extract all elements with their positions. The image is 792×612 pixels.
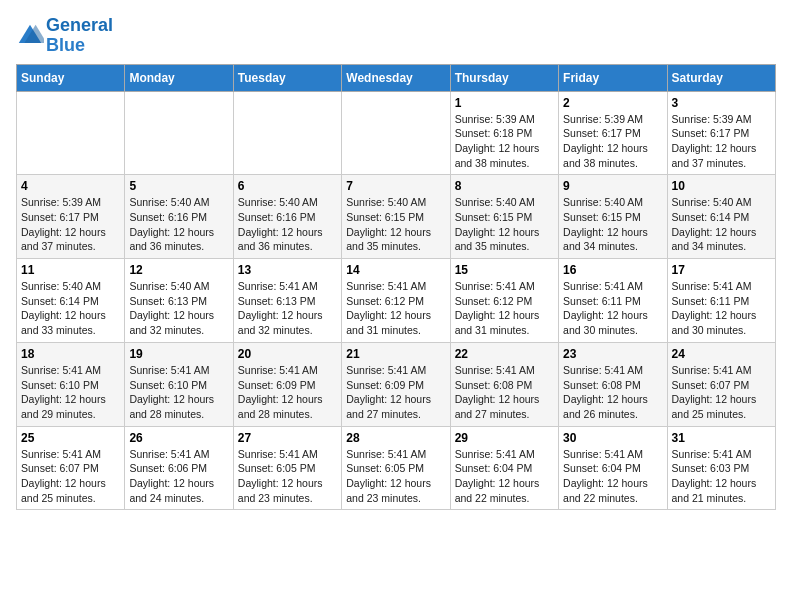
calendar-cell: 3Sunrise: 5:39 AMSunset: 6:17 PMDaylight… xyxy=(667,91,775,175)
weekday-header-cell: Friday xyxy=(559,64,667,91)
day-number: 13 xyxy=(238,263,337,277)
cell-content: Sunrise: 5:41 AMSunset: 6:08 PMDaylight:… xyxy=(455,363,554,422)
day-number: 21 xyxy=(346,347,445,361)
calendar-cell: 18Sunrise: 5:41 AMSunset: 6:10 PMDayligh… xyxy=(17,342,125,426)
day-number: 23 xyxy=(563,347,662,361)
day-number: 24 xyxy=(672,347,771,361)
calendar-cell xyxy=(125,91,233,175)
calendar-cell: 2Sunrise: 5:39 AMSunset: 6:17 PMDaylight… xyxy=(559,91,667,175)
calendar-cell: 4Sunrise: 5:39 AMSunset: 6:17 PMDaylight… xyxy=(17,175,125,259)
day-number: 3 xyxy=(672,96,771,110)
calendar-week-row: 4Sunrise: 5:39 AMSunset: 6:17 PMDaylight… xyxy=(17,175,776,259)
day-number: 20 xyxy=(238,347,337,361)
calendar-cell: 17Sunrise: 5:41 AMSunset: 6:11 PMDayligh… xyxy=(667,259,775,343)
logo: General Blue xyxy=(16,16,113,56)
calendar-cell: 6Sunrise: 5:40 AMSunset: 6:16 PMDaylight… xyxy=(233,175,341,259)
day-number: 8 xyxy=(455,179,554,193)
day-number: 25 xyxy=(21,431,120,445)
cell-content: Sunrise: 5:40 AMSunset: 6:15 PMDaylight:… xyxy=(346,195,445,254)
calendar-cell: 23Sunrise: 5:41 AMSunset: 6:08 PMDayligh… xyxy=(559,342,667,426)
day-number: 22 xyxy=(455,347,554,361)
calendar-cell xyxy=(17,91,125,175)
calendar-cell xyxy=(342,91,450,175)
calendar-cell: 29Sunrise: 5:41 AMSunset: 6:04 PMDayligh… xyxy=(450,426,558,510)
calendar-cell xyxy=(233,91,341,175)
cell-content: Sunrise: 5:41 AMSunset: 6:07 PMDaylight:… xyxy=(21,447,120,506)
day-number: 2 xyxy=(563,96,662,110)
day-number: 1 xyxy=(455,96,554,110)
calendar-cell: 28Sunrise: 5:41 AMSunset: 6:05 PMDayligh… xyxy=(342,426,450,510)
calendar-week-row: 18Sunrise: 5:41 AMSunset: 6:10 PMDayligh… xyxy=(17,342,776,426)
day-number: 9 xyxy=(563,179,662,193)
day-number: 5 xyxy=(129,179,228,193)
day-number: 10 xyxy=(672,179,771,193)
day-number: 14 xyxy=(346,263,445,277)
day-number: 29 xyxy=(455,431,554,445)
day-number: 4 xyxy=(21,179,120,193)
day-number: 19 xyxy=(129,347,228,361)
page-header: General Blue xyxy=(16,16,776,56)
cell-content: Sunrise: 5:39 AMSunset: 6:18 PMDaylight:… xyxy=(455,112,554,171)
weekday-header-cell: Wednesday xyxy=(342,64,450,91)
cell-content: Sunrise: 5:40 AMSunset: 6:15 PMDaylight:… xyxy=(455,195,554,254)
calendar-cell: 14Sunrise: 5:41 AMSunset: 6:12 PMDayligh… xyxy=(342,259,450,343)
cell-content: Sunrise: 5:41 AMSunset: 6:05 PMDaylight:… xyxy=(238,447,337,506)
weekday-header-cell: Thursday xyxy=(450,64,558,91)
calendar-cell: 22Sunrise: 5:41 AMSunset: 6:08 PMDayligh… xyxy=(450,342,558,426)
cell-content: Sunrise: 5:41 AMSunset: 6:04 PMDaylight:… xyxy=(563,447,662,506)
cell-content: Sunrise: 5:40 AMSunset: 6:14 PMDaylight:… xyxy=(672,195,771,254)
cell-content: Sunrise: 5:41 AMSunset: 6:13 PMDaylight:… xyxy=(238,279,337,338)
cell-content: Sunrise: 5:41 AMSunset: 6:12 PMDaylight:… xyxy=(455,279,554,338)
calendar-table: SundayMondayTuesdayWednesdayThursdayFrid… xyxy=(16,64,776,511)
calendar-cell: 11Sunrise: 5:40 AMSunset: 6:14 PMDayligh… xyxy=(17,259,125,343)
calendar-cell: 26Sunrise: 5:41 AMSunset: 6:06 PMDayligh… xyxy=(125,426,233,510)
cell-content: Sunrise: 5:39 AMSunset: 6:17 PMDaylight:… xyxy=(563,112,662,171)
weekday-header-cell: Saturday xyxy=(667,64,775,91)
calendar-cell: 24Sunrise: 5:41 AMSunset: 6:07 PMDayligh… xyxy=(667,342,775,426)
calendar-cell: 19Sunrise: 5:41 AMSunset: 6:10 PMDayligh… xyxy=(125,342,233,426)
cell-content: Sunrise: 5:41 AMSunset: 6:06 PMDaylight:… xyxy=(129,447,228,506)
calendar-cell: 15Sunrise: 5:41 AMSunset: 6:12 PMDayligh… xyxy=(450,259,558,343)
cell-content: Sunrise: 5:40 AMSunset: 6:13 PMDaylight:… xyxy=(129,279,228,338)
cell-content: Sunrise: 5:39 AMSunset: 6:17 PMDaylight:… xyxy=(672,112,771,171)
cell-content: Sunrise: 5:41 AMSunset: 6:09 PMDaylight:… xyxy=(238,363,337,422)
calendar-cell: 21Sunrise: 5:41 AMSunset: 6:09 PMDayligh… xyxy=(342,342,450,426)
day-number: 31 xyxy=(672,431,771,445)
cell-content: Sunrise: 5:40 AMSunset: 6:15 PMDaylight:… xyxy=(563,195,662,254)
calendar-cell: 5Sunrise: 5:40 AMSunset: 6:16 PMDaylight… xyxy=(125,175,233,259)
weekday-header-row: SundayMondayTuesdayWednesdayThursdayFrid… xyxy=(17,64,776,91)
cell-content: Sunrise: 5:41 AMSunset: 6:07 PMDaylight:… xyxy=(672,363,771,422)
cell-content: Sunrise: 5:41 AMSunset: 6:09 PMDaylight:… xyxy=(346,363,445,422)
calendar-cell: 13Sunrise: 5:41 AMSunset: 6:13 PMDayligh… xyxy=(233,259,341,343)
calendar-cell: 20Sunrise: 5:41 AMSunset: 6:09 PMDayligh… xyxy=(233,342,341,426)
cell-content: Sunrise: 5:41 AMSunset: 6:08 PMDaylight:… xyxy=(563,363,662,422)
day-number: 26 xyxy=(129,431,228,445)
day-number: 18 xyxy=(21,347,120,361)
cell-content: Sunrise: 5:39 AMSunset: 6:17 PMDaylight:… xyxy=(21,195,120,254)
day-number: 17 xyxy=(672,263,771,277)
day-number: 16 xyxy=(563,263,662,277)
weekday-header-cell: Tuesday xyxy=(233,64,341,91)
cell-content: Sunrise: 5:41 AMSunset: 6:10 PMDaylight:… xyxy=(21,363,120,422)
calendar-week-row: 1Sunrise: 5:39 AMSunset: 6:18 PMDaylight… xyxy=(17,91,776,175)
calendar-cell: 25Sunrise: 5:41 AMSunset: 6:07 PMDayligh… xyxy=(17,426,125,510)
calendar-cell: 31Sunrise: 5:41 AMSunset: 6:03 PMDayligh… xyxy=(667,426,775,510)
cell-content: Sunrise: 5:41 AMSunset: 6:04 PMDaylight:… xyxy=(455,447,554,506)
calendar-cell: 1Sunrise: 5:39 AMSunset: 6:18 PMDaylight… xyxy=(450,91,558,175)
cell-content: Sunrise: 5:41 AMSunset: 6:11 PMDaylight:… xyxy=(563,279,662,338)
cell-content: Sunrise: 5:41 AMSunset: 6:11 PMDaylight:… xyxy=(672,279,771,338)
calendar-week-row: 25Sunrise: 5:41 AMSunset: 6:07 PMDayligh… xyxy=(17,426,776,510)
day-number: 6 xyxy=(238,179,337,193)
calendar-week-row: 11Sunrise: 5:40 AMSunset: 6:14 PMDayligh… xyxy=(17,259,776,343)
calendar-cell: 12Sunrise: 5:40 AMSunset: 6:13 PMDayligh… xyxy=(125,259,233,343)
cell-content: Sunrise: 5:40 AMSunset: 6:16 PMDaylight:… xyxy=(238,195,337,254)
cell-content: Sunrise: 5:40 AMSunset: 6:16 PMDaylight:… xyxy=(129,195,228,254)
calendar-cell: 10Sunrise: 5:40 AMSunset: 6:14 PMDayligh… xyxy=(667,175,775,259)
calendar-cell: 30Sunrise: 5:41 AMSunset: 6:04 PMDayligh… xyxy=(559,426,667,510)
calendar-cell: 16Sunrise: 5:41 AMSunset: 6:11 PMDayligh… xyxy=(559,259,667,343)
calendar-cell: 9Sunrise: 5:40 AMSunset: 6:15 PMDaylight… xyxy=(559,175,667,259)
calendar-cell: 7Sunrise: 5:40 AMSunset: 6:15 PMDaylight… xyxy=(342,175,450,259)
day-number: 12 xyxy=(129,263,228,277)
logo-icon xyxy=(16,22,44,50)
day-number: 15 xyxy=(455,263,554,277)
